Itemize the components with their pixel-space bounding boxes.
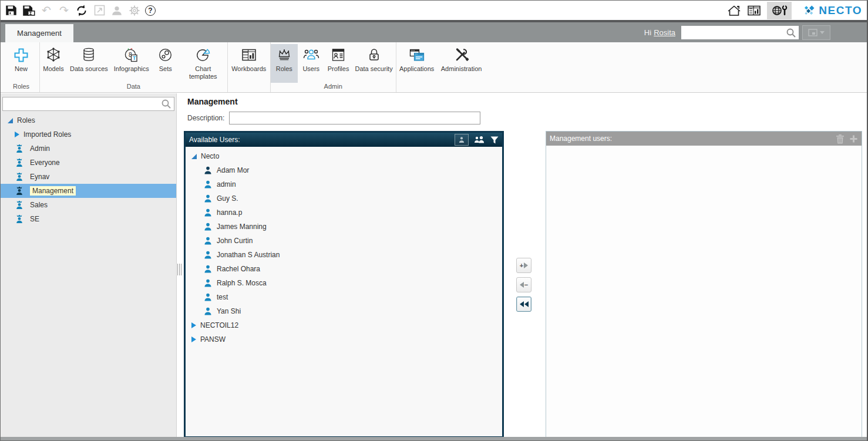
user-row[interactable]: Rachel Ohara — [186, 262, 502, 276]
group-users-icon[interactable] — [474, 136, 485, 144]
window-layout-icon — [808, 29, 817, 36]
add-right-arrow-icon — [524, 262, 528, 268]
user-row[interactable]: test — [186, 290, 502, 304]
user-row[interactable]: hanna.p — [186, 206, 502, 220]
ribbon-button-applications[interactable]: Applications — [396, 44, 438, 83]
tree-node-admin[interactable]: Admin — [1, 142, 176, 156]
ribbon-button-profiles[interactable]: Profiles — [325, 44, 352, 83]
data-sources-database-icon — [80, 45, 97, 65]
infographics-icon: 8T — [123, 45, 140, 65]
user-row[interactable]: Yan Shi — [186, 304, 502, 318]
undo-icon[interactable]: ↶ — [39, 4, 53, 18]
workboards-window-icon[interactable] — [747, 4, 761, 18]
expanded-arrow-icon[interactable] — [8, 118, 13, 123]
collapsed-arrow-icon[interactable] — [191, 336, 196, 342]
ribbon-button-administration[interactable]: Administration — [438, 44, 486, 83]
ribbon-group-label: Roles — [3, 83, 39, 92]
ribbon-group-admin: Roles Users Profiles — [271, 42, 396, 92]
username-link[interactable]: Rosita — [654, 28, 675, 37]
tree-node-nectoil12[interactable]: NECTOIL12 — [186, 318, 502, 332]
tree-node-eynav[interactable]: Eynav — [1, 170, 176, 184]
save-as-icon[interactable] — [22, 4, 36, 18]
sidebar-search-input[interactable] — [3, 97, 161, 110]
search-icon[interactable] — [161, 99, 171, 109]
tree-node-pansw[interactable]: PANSW — [186, 332, 502, 346]
redo-icon[interactable]: ↷ — [57, 4, 71, 18]
user-row[interactable]: Jonathan S Austrian — [186, 248, 502, 262]
save-icon[interactable] — [4, 4, 18, 18]
global-search — [681, 26, 799, 39]
user-name: John Curtin — [217, 237, 253, 245]
refresh-icon[interactable] — [75, 4, 89, 18]
ribbon-button-new[interactable]: New — [3, 44, 39, 83]
user-name: Rachel Ohara — [217, 265, 260, 273]
user-name: hanna.p — [217, 208, 242, 217]
sidebar-splitter-handle[interactable] — [177, 264, 182, 275]
available-users-tree: Necto Adam Mor admin Guy S. — [186, 149, 502, 346]
plus-icon[interactable] — [849, 134, 858, 143]
search-icon[interactable] — [786, 28, 796, 38]
management-users-title: Management users: — [550, 134, 836, 143]
user-row[interactable]: Adam Mor — [186, 163, 502, 177]
user-row[interactable]: admin — [186, 177, 502, 191]
admin-globe-wrench-icon[interactable] — [767, 2, 792, 19]
administration-tools-icon — [453, 45, 470, 65]
tree-node-sales[interactable]: Sales — [1, 198, 176, 212]
workboards-grid-icon — [241, 45, 257, 65]
ribbon-button-data-sources[interactable]: Data sources — [67, 44, 111, 83]
available-users-body: Necto Adam Mor admin Guy S. — [186, 147, 502, 436]
tree-node-necto[interactable]: Necto — [186, 149, 502, 163]
minus-glyph: − — [524, 282, 528, 288]
tree-node-label: Management — [30, 186, 76, 196]
single-user-icon[interactable] — [455, 134, 469, 146]
user-icon[interactable] — [110, 4, 124, 18]
tree-node-roles[interactable]: Roles — [1, 113, 176, 127]
ribbon-button-data-security[interactable]: Data security — [352, 44, 395, 83]
ribbon-button-models[interactable]: Models — [40, 44, 67, 83]
home-icon[interactable] — [727, 4, 741, 18]
greeting-text: Hi — [644, 28, 651, 37]
ribbon-button-workboards[interactable]: Workboards — [228, 44, 270, 83]
ribbon-button-users[interactable]: Users — [298, 44, 325, 83]
collapsed-arrow-icon[interactable] — [191, 322, 196, 328]
ribbon-button-roles[interactable]: Roles — [271, 44, 298, 83]
ribbon-button-chart-templates[interactable]: Chart templates — [179, 44, 227, 83]
ribbon-button-sets[interactable]: Sets — [152, 44, 179, 83]
add-user-button[interactable]: + — [516, 258, 531, 273]
global-search-input[interactable] — [681, 26, 786, 39]
necto-logo-text: NECTO — [819, 4, 862, 17]
role-crown-user-icon — [15, 158, 24, 167]
tab-management[interactable]: Management — [5, 24, 73, 42]
settings-gear-icon[interactable] — [127, 4, 142, 18]
user-row[interactable]: Guy S. — [186, 191, 502, 206]
tree-node-imported-roles[interactable]: Imported Roles — [1, 127, 176, 142]
greeting: Hi Rosita — [644, 22, 675, 42]
description-input[interactable] — [229, 112, 480, 124]
remove-user-button[interactable]: − — [516, 277, 531, 292]
user-row[interactable]: Ralph S. Mosca — [186, 276, 502, 290]
remove-all-users-button[interactable] — [516, 297, 531, 312]
tab-strip: Management Hi Rosita — [1, 22, 867, 42]
description-label: Description: — [187, 114, 224, 122]
collapsed-arrow-icon[interactable] — [15, 132, 19, 137]
tree-node-se[interactable]: SE — [1, 212, 176, 226]
trash-icon[interactable] — [836, 134, 845, 144]
tree-node-management-selected[interactable]: Management — [1, 184, 176, 198]
ribbon-button-infographics[interactable]: 8T Infographics — [111, 44, 152, 83]
sets-circles-icon — [157, 45, 174, 65]
search-scope-dropdown[interactable] — [802, 25, 830, 40]
chevron-down-icon — [820, 31, 825, 34]
expand-icon[interactable] — [92, 4, 106, 18]
available-users-title: Available Users: — [189, 136, 455, 144]
help-icon[interactable]: ? — [145, 5, 156, 16]
tree-node-everyone[interactable]: Everyone — [1, 156, 176, 170]
user-icon — [203, 194, 213, 203]
tree-node-label: Sales — [30, 201, 48, 209]
filter-funnel-icon[interactable] — [490, 136, 499, 144]
expanded-arrow-icon[interactable] — [191, 154, 197, 159]
user-row[interactable]: James Manning — [186, 220, 502, 234]
user-icon — [203, 264, 213, 274]
remove-left-arrow-icon — [520, 282, 524, 288]
user-row[interactable]: John Curtin — [186, 234, 502, 248]
tab-label: Management — [17, 29, 62, 38]
